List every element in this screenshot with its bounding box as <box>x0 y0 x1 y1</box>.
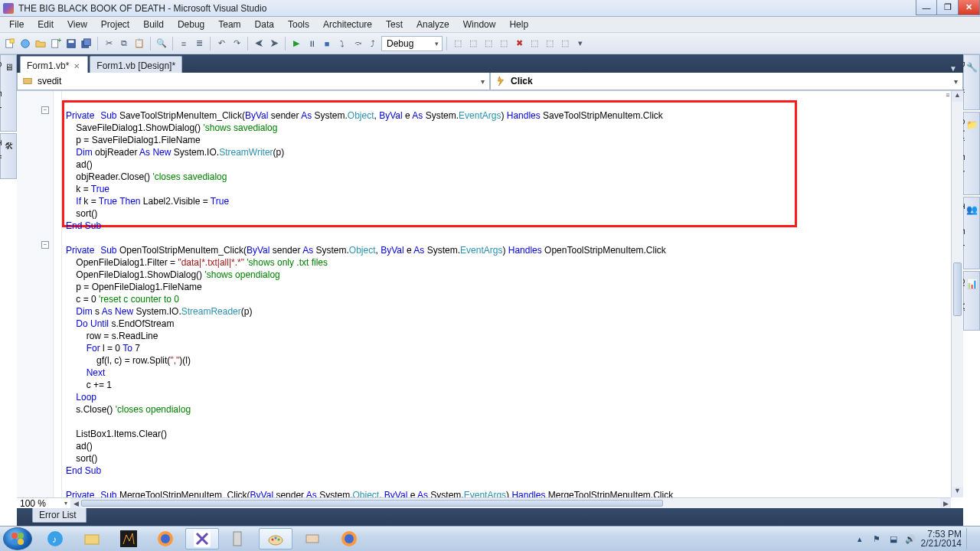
tool-button-3[interactable]: ⬚ <box>482 37 495 51</box>
close-button[interactable]: ✕ <box>959 0 980 15</box>
pause-debug-button[interactable]: ⏸ <box>305 37 318 51</box>
toolbox-tab[interactable]: 🛠Toolbox <box>0 133 17 178</box>
tool-button-6[interactable]: ⬚ <box>528 37 541 51</box>
tool-button-5[interactable]: ✖ <box>512 37 526 51</box>
horizontal-scrollbar[interactable]: ◀ ▶ <box>70 497 951 508</box>
minimize-button[interactable]: — <box>916 0 937 15</box>
menu-debug[interactable]: Debug <box>172 18 211 31</box>
open-file-button[interactable] <box>34 37 47 51</box>
server-explorer-tab[interactable]: 🖥Server Explorer <box>0 54 17 132</box>
code-editor[interactable]: − − ≡ Private Sub SaveToolStripMenuItem_… <box>17 91 963 508</box>
class-icon <box>22 76 33 86</box>
tool-button-8[interactable]: ⬚ <box>558 37 572 51</box>
tab-label: Form1.vb* <box>27 60 69 71</box>
taskbar-itunes-icon[interactable]: ♪ <box>38 528 72 549</box>
menu-window[interactable]: Window <box>457 18 502 31</box>
step-over-button[interactable]: ⤼ <box>351 37 364 51</box>
new-project-button[interactable] <box>3 37 17 51</box>
solution-config-dropdown[interactable]: Debug <box>381 36 443 51</box>
solution-explorer-tab[interactable]: 📁Solution Explorer <box>963 112 980 195</box>
toolbar-separator <box>446 37 447 51</box>
nav-fwd-button[interactable]: ⮞ <box>267 37 281 51</box>
comment-button[interactable]: ≡ <box>177 37 191 51</box>
tool-button-2[interactable]: ⬚ <box>466 37 480 51</box>
tray-expand-icon[interactable]: ▴ <box>854 533 866 545</box>
save-button[interactable] <box>64 37 78 51</box>
config-label: Debug <box>387 38 413 49</box>
taskbar-firefox-icon[interactable] <box>149 528 182 549</box>
step-out-button[interactable]: ⤴ <box>366 37 380 51</box>
tab-form1-vb[interactable]: Form1.vb*✕ <box>20 56 88 73</box>
tab-close-icon[interactable]: ✕ <box>72 62 81 70</box>
tabs-dropdown-icon[interactable]: ▼ <box>943 64 963 73</box>
find-button[interactable]: 🔍 <box>155 37 168 51</box>
class-dropdown[interactable]: svedit <box>17 73 490 90</box>
svg-point-11 <box>18 533 24 539</box>
tray-network-icon[interactable]: ⬓ <box>887 533 900 545</box>
properties-tab[interactable]: 🔧Properties <box>963 54 980 110</box>
cut-button[interactable]: ✂ <box>102 37 116 51</box>
menu-architecture[interactable]: Architecture <box>317 18 378 31</box>
tool-button-1[interactable]: ⬚ <box>451 37 465 51</box>
zoom-dropdown[interactable]: 100 % <box>17 497 70 508</box>
tray-clock[interactable]: 7:53 PM 2/21/2014 <box>921 530 962 548</box>
tray-volume-icon[interactable]: 🔊 <box>904 533 916 545</box>
menu-view[interactable]: View <box>61 18 93 31</box>
uncomment-button[interactable]: ≣ <box>192 37 206 51</box>
hscroll-thumb[interactable] <box>81 500 663 507</box>
class-view-tab[interactable]: 📊Class View <box>963 271 980 330</box>
scroll-down-icon[interactable]: ▼ <box>952 487 963 497</box>
copy-button[interactable]: ⧉ <box>117 37 131 51</box>
taskbar-visualstudio-icon[interactable] <box>185 528 219 549</box>
outline-guide <box>61 91 62 497</box>
taskbar-firefox2-icon[interactable] <box>332 528 366 549</box>
scroll-right-icon[interactable]: ▶ <box>940 498 951 508</box>
menu-build[interactable]: Build <box>137 18 170 31</box>
outline-collapse-icon[interactable]: − <box>41 241 49 249</box>
tool-button-7[interactable]: ⬚ <box>543 37 557 51</box>
undo-button[interactable]: ↶ <box>214 37 228 51</box>
code-text[interactable]: Private Sub SaveToolStripMenuItem_Click(… <box>66 97 951 514</box>
scroll-up-icon[interactable]: ▲ <box>952 91 963 102</box>
svg-point-2 <box>21 39 30 47</box>
taskbar-paint-icon[interactable] <box>259 528 292 549</box>
step-into-button[interactable]: ⤵ <box>335 37 349 51</box>
stop-debug-button[interactable]: ■ <box>320 37 334 51</box>
maximize-button[interactable]: ❐ <box>937 0 959 15</box>
outline-collapse-icon[interactable]: − <box>41 106 49 114</box>
start-button[interactable] <box>3 527 32 550</box>
menu-data[interactable]: Data <box>249 18 280 31</box>
taskbar-app2-icon[interactable] <box>222 528 256 549</box>
menu-help[interactable]: Help <box>503 18 534 31</box>
add-item-button[interactable]: + <box>49 37 63 51</box>
menu-test[interactable]: Test <box>380 18 409 31</box>
redo-button[interactable]: ↷ <box>230 37 243 51</box>
new-website-button[interactable] <box>18 37 32 51</box>
taskbar-explorer-icon[interactable] <box>75 528 109 549</box>
taskbar-app3-icon[interactable] <box>296 528 329 549</box>
team-icon: 👥 <box>966 204 977 214</box>
menu-edit[interactable]: Edit <box>31 18 60 31</box>
member-dropdown[interactable]: Click <box>490 73 963 90</box>
menu-analyze[interactable]: Analyze <box>410 18 456 31</box>
tool-button-4[interactable]: ⬚ <box>497 37 511 51</box>
save-all-button[interactable] <box>80 37 93 51</box>
team-explorer-tab[interactable]: 👥Team Explorer <box>963 197 980 269</box>
toolbar-overflow[interactable]: ▾ <box>573 37 587 51</box>
nav-back-button[interactable]: ⮜ <box>252 37 266 51</box>
menu-team[interactable]: Team <box>212 18 247 31</box>
menu-tools[interactable]: Tools <box>282 18 315 31</box>
error-list-tab[interactable]: Error List <box>32 508 87 523</box>
show-desktop-button[interactable] <box>966 528 972 549</box>
tab-form1-design[interactable]: Form1.vb [Design]* <box>90 56 182 73</box>
vertical-scrollbar[interactable]: ▲ ▼ <box>951 91 963 497</box>
scroll-left-icon[interactable]: ◀ <box>70 498 81 508</box>
tray-flag-icon[interactable]: ⚑ <box>871 533 883 545</box>
vscroll-thumb[interactable] <box>953 262 962 316</box>
paste-button[interactable]: 📋 <box>132 37 146 51</box>
taskbar-app1-icon[interactable] <box>112 528 145 549</box>
window-title: THE BIG BLACK BOOK OF DEATH - Microsoft … <box>18 3 266 14</box>
menu-project[interactable]: Project <box>95 18 136 31</box>
start-debug-button[interactable]: ▶ <box>289 37 303 51</box>
menu-file[interactable]: File <box>3 18 30 31</box>
